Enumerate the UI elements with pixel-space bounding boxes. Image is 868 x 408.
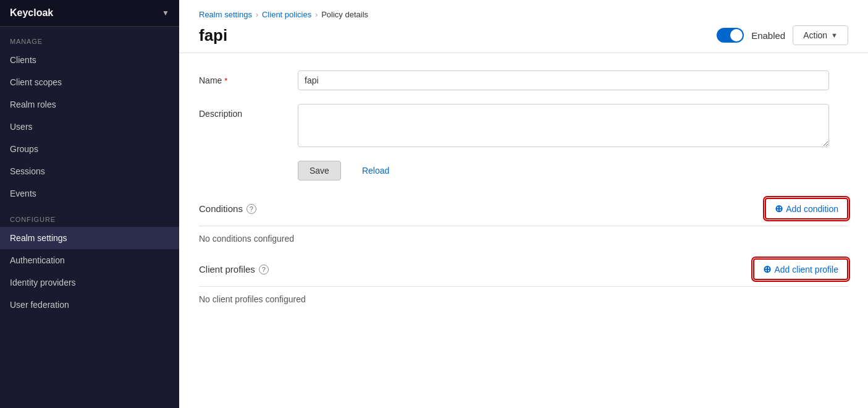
sidebar-item-events[interactable]: Events — [0, 182, 179, 205]
name-label: Name * — [199, 70, 298, 85]
breadcrumb-sep-2: › — [315, 11, 318, 19]
plus-icon: ⊕ — [775, 203, 783, 215]
conditions-header: Conditions ? ⊕ Add condition — [199, 198, 848, 226]
manage-section-label: Manage — [0, 27, 179, 49]
header-actions: Enabled Action ▼ — [717, 25, 848, 45]
client-profiles-info-icon[interactable]: ? — [259, 265, 269, 274]
save-button[interactable]: Save — [298, 161, 341, 181]
client-profiles-empty-text: No client profiles configured — [199, 294, 848, 304]
configure-section-label: Configure — [0, 205, 179, 227]
sidebar-item-identity-providers[interactable]: Identity providers — [0, 271, 179, 294]
breadcrumb-client-policies[interactable]: Client policies — [262, 10, 311, 19]
button-row: Save Reload — [298, 161, 848, 181]
sidebar: Keycloak ▼ Manage Clients Client scopes … — [0, 0, 179, 408]
sidebar-item-client-scopes[interactable]: Client scopes — [0, 71, 179, 93]
page-header: fapi Enabled Action ▼ — [199, 25, 848, 45]
name-input[interactable] — [298, 70, 829, 90]
sidebar-item-sessions[interactable]: Sessions — [0, 160, 179, 182]
description-textarea[interactable] — [298, 104, 829, 147]
sidebar-item-users[interactable]: Users — [0, 116, 179, 138]
sidebar-item-realm-settings[interactable]: Realm settings — [0, 227, 179, 249]
sidebar-brand[interactable]: Keycloak ▼ — [0, 0, 179, 27]
client-profiles-title: Client profiles ? — [199, 264, 269, 274]
conditions-title: Conditions ? — [199, 203, 256, 214]
add-condition-button[interactable]: ⊕ Add condition — [765, 198, 848, 219]
enabled-toggle[interactable] — [717, 28, 744, 43]
description-row: Description — [199, 104, 848, 147]
required-marker: * — [224, 76, 227, 85]
caret-down-icon: ▼ — [831, 32, 838, 39]
sidebar-item-clients[interactable]: Clients — [0, 49, 179, 71]
sidebar-item-authentication[interactable]: Authentication — [0, 249, 179, 271]
content-area: Name * Description Save Reload Condition… — [179, 53, 868, 336]
breadcrumb: Realm settings › Client policies › Polic… — [199, 10, 848, 19]
conditions-empty-text: No conditions configured — [199, 234, 848, 244]
main-content: Realm settings › Client policies › Polic… — [179, 0, 868, 408]
description-label: Description — [199, 104, 298, 119]
sidebar-item-user-federation[interactable]: User federation — [0, 294, 179, 316]
sidebar-item-groups[interactable]: Groups — [0, 138, 179, 160]
conditions-info-icon[interactable]: ? — [246, 204, 256, 214]
client-profiles-header: Client profiles ? ⊕ Add client profile — [199, 258, 848, 287]
page-title: fapi — [199, 26, 227, 45]
add-client-profile-button[interactable]: ⊕ Add client profile — [753, 258, 848, 280]
plus-icon-2: ⊕ — [763, 263, 771, 275]
conditions-section: Conditions ? ⊕ Add condition No conditio… — [199, 198, 848, 244]
breadcrumb-current: Policy details — [321, 10, 368, 19]
enabled-label: Enabled — [751, 30, 785, 41]
client-profiles-section: Client profiles ? ⊕ Add client profile N… — [199, 258, 848, 304]
header-area: Realm settings › Client policies › Polic… — [179, 0, 868, 53]
reload-button[interactable]: Reload — [351, 161, 400, 180]
breadcrumb-sep-1: › — [256, 11, 258, 19]
action-button[interactable]: Action ▼ — [793, 25, 848, 45]
sidebar-item-realm-roles[interactable]: Realm roles — [0, 93, 179, 116]
breadcrumb-realm-settings[interactable]: Realm settings — [199, 10, 252, 19]
name-row: Name * — [199, 70, 848, 90]
chevron-down-icon: ▼ — [162, 9, 169, 17]
brand-name: Keycloak — [10, 7, 53, 19]
